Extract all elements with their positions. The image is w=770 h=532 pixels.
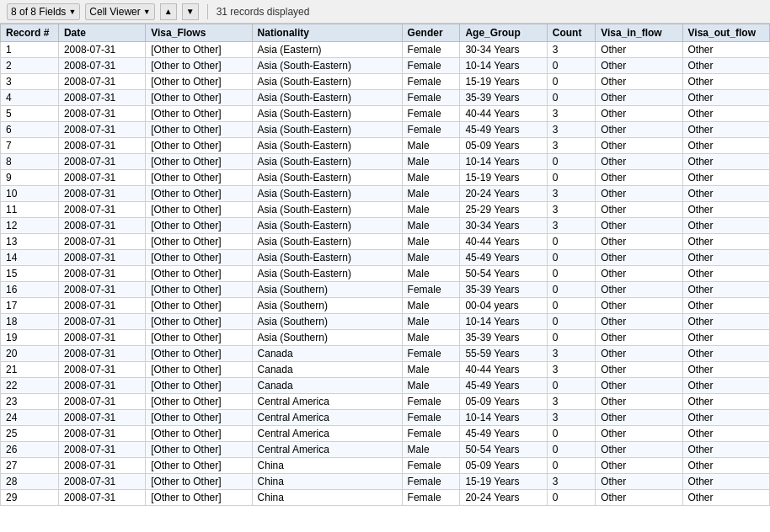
cell-count: 0 xyxy=(547,314,595,330)
col-header-gender[interactable]: Gender xyxy=(402,24,460,42)
cell-visa_in_flow: Other xyxy=(596,154,682,170)
table-body: 12008-07-31[Other to Other]Asia (Eastern… xyxy=(1,42,770,506)
table-row[interactable]: 92008-07-31[Other to Other]Asia (South-E… xyxy=(1,170,770,186)
cell-count: 0 xyxy=(547,298,595,314)
col-header-visa-in[interactable]: Visa_in_flow xyxy=(596,24,682,42)
fields-selector[interactable]: 8 of 8 Fields ▼ xyxy=(7,3,80,20)
cell-visa_flows: [Other to Other] xyxy=(146,106,252,122)
cell-nationality: Asia (South-Eastern) xyxy=(252,186,402,202)
cell-gender: Female xyxy=(402,410,460,426)
cell-visa_out_flow: Other xyxy=(682,74,769,90)
cell-visa_flows: [Other to Other] xyxy=(146,458,252,474)
cell-age_group: 35-39 Years xyxy=(460,90,547,106)
cell-age_group: 40-44 Years xyxy=(460,106,547,122)
cell-nationality: Central America xyxy=(252,394,402,410)
table-row[interactable]: 102008-07-31[Other to Other]Asia (South-… xyxy=(1,186,770,202)
cell-visa_out_flow: Other xyxy=(682,458,769,474)
cell-visa_flows: [Other to Other] xyxy=(146,410,252,426)
cell-visa_out_flow: Other xyxy=(682,138,769,154)
cell-visa_flows: [Other to Other] xyxy=(146,74,252,90)
cell-visa_out_flow: Other xyxy=(682,122,769,138)
cell-visa_flows: [Other to Other] xyxy=(146,282,252,298)
table-row[interactable]: 172008-07-31[Other to Other]Asia (Southe… xyxy=(1,298,770,314)
table-row[interactable]: 212008-07-31[Other to Other]CanadaMale40… xyxy=(1,362,770,378)
col-header-nationality[interactable]: Nationality xyxy=(252,24,402,42)
cell-gender: Male xyxy=(402,250,460,266)
table-row[interactable]: 132008-07-31[Other to Other]Asia (South-… xyxy=(1,234,770,250)
table-row[interactable]: 222008-07-31[Other to Other]CanadaMale45… xyxy=(1,378,770,394)
cell-record: 24 xyxy=(1,410,59,426)
table-row[interactable]: 282008-07-31[Other to Other]ChinaFemale1… xyxy=(1,474,770,490)
cell-visa_flows: [Other to Other] xyxy=(146,394,252,410)
viewer-selector[interactable]: Cell Viewer ▼ xyxy=(85,3,154,20)
cell-visa_in_flow: Other xyxy=(596,490,682,506)
cell-age_group: 35-39 Years xyxy=(460,282,547,298)
cell-visa_in_flow: Other xyxy=(596,298,682,314)
col-header-visa-out[interactable]: Visa_out_flow xyxy=(682,24,769,42)
col-header-count[interactable]: Count xyxy=(547,24,595,42)
records-count: 31 records displayed xyxy=(217,6,310,18)
cell-date: 2008-07-31 xyxy=(58,250,145,266)
table-row[interactable]: 252008-07-31[Other to Other]Central Amer… xyxy=(1,426,770,442)
cell-record: 2 xyxy=(1,58,59,74)
table-row[interactable]: 292008-07-31[Other to Other]ChinaFemale2… xyxy=(1,490,770,506)
cell-visa_flows: [Other to Other] xyxy=(146,346,252,362)
cell-visa_out_flow: Other xyxy=(682,202,769,218)
table-row[interactable]: 42008-07-31[Other to Other]Asia (South-E… xyxy=(1,90,770,106)
cell-nationality: Asia (South-Eastern) xyxy=(252,250,402,266)
cell-age_group: 45-49 Years xyxy=(460,426,547,442)
cell-visa_out_flow: Other xyxy=(682,298,769,314)
table-row[interactable]: 82008-07-31[Other to Other]Asia (South-E… xyxy=(1,154,770,170)
cell-nationality: Asia (South-Eastern) xyxy=(252,106,402,122)
cell-record: 12 xyxy=(1,218,59,234)
cell-visa_out_flow: Other xyxy=(682,90,769,106)
cell-record: 26 xyxy=(1,442,59,458)
table-row[interactable]: 62008-07-31[Other to Other]Asia (South-E… xyxy=(1,122,770,138)
cell-gender: Male xyxy=(402,218,460,234)
table-row[interactable]: 162008-07-31[Other to Other]Asia (Southe… xyxy=(1,282,770,298)
cell-date: 2008-07-31 xyxy=(58,426,145,442)
fields-label: 8 of 8 Fields xyxy=(11,6,66,18)
cell-date: 2008-07-31 xyxy=(58,186,145,202)
table-row[interactable]: 112008-07-31[Other to Other]Asia (South-… xyxy=(1,202,770,218)
table-row[interactable]: 232008-07-31[Other to Other]Central Amer… xyxy=(1,394,770,410)
cell-visa_in_flow: Other xyxy=(596,58,682,74)
table-row[interactable]: 202008-07-31[Other to Other]CanadaFemale… xyxy=(1,346,770,362)
col-header-record[interactable]: Record # xyxy=(1,24,59,42)
scroll-up-button[interactable]: ▲ xyxy=(160,3,177,20)
cell-nationality: Asia (South-Eastern) xyxy=(252,266,402,282)
cell-date: 2008-07-31 xyxy=(58,234,145,250)
cell-visa_flows: [Other to Other] xyxy=(146,202,252,218)
cell-record: 14 xyxy=(1,250,59,266)
cell-age_group: 50-54 Years xyxy=(460,266,547,282)
cell-record: 7 xyxy=(1,138,59,154)
table-row[interactable]: 272008-07-31[Other to Other]ChinaFemale0… xyxy=(1,458,770,474)
cell-gender: Female xyxy=(402,346,460,362)
cell-record: 5 xyxy=(1,106,59,122)
table-row[interactable]: 182008-07-31[Other to Other]Asia (Southe… xyxy=(1,314,770,330)
cell-gender: Female xyxy=(402,474,460,490)
table-row[interactable]: 192008-07-31[Other to Other]Asia (Southe… xyxy=(1,330,770,346)
cell-nationality: Canada xyxy=(252,378,402,394)
cell-date: 2008-07-31 xyxy=(58,298,145,314)
col-header-age-group[interactable]: Age_Group xyxy=(460,24,547,42)
table-row[interactable]: 12008-07-31[Other to Other]Asia (Eastern… xyxy=(1,42,770,58)
col-header-visa-flows[interactable]: Visa_Flows xyxy=(146,24,252,42)
cell-record: 17 xyxy=(1,298,59,314)
cell-date: 2008-07-31 xyxy=(58,266,145,282)
table-row[interactable]: 122008-07-31[Other to Other]Asia (South-… xyxy=(1,218,770,234)
table-row[interactable]: 142008-07-31[Other to Other]Asia (South-… xyxy=(1,250,770,266)
cell-date: 2008-07-31 xyxy=(58,202,145,218)
table-row[interactable]: 242008-07-31[Other to Other]Central Amer… xyxy=(1,410,770,426)
table-row[interactable]: 32008-07-31[Other to Other]Asia (South-E… xyxy=(1,74,770,90)
col-header-date[interactable]: Date xyxy=(58,24,145,42)
cell-nationality: Asia (South-Eastern) xyxy=(252,218,402,234)
table-row[interactable]: 52008-07-31[Other to Other]Asia (South-E… xyxy=(1,106,770,122)
table-row[interactable]: 152008-07-31[Other to Other]Asia (South-… xyxy=(1,266,770,282)
table-row[interactable]: 22008-07-31[Other to Other]Asia (South-E… xyxy=(1,58,770,74)
scroll-down-button[interactable]: ▼ xyxy=(182,3,199,20)
cell-age_group: 40-44 Years xyxy=(460,234,547,250)
table-row[interactable]: 72008-07-31[Other to Other]Asia (South-E… xyxy=(1,138,770,154)
cell-nationality: Central America xyxy=(252,426,402,442)
table-row[interactable]: 262008-07-31[Other to Other]Central Amer… xyxy=(1,442,770,458)
